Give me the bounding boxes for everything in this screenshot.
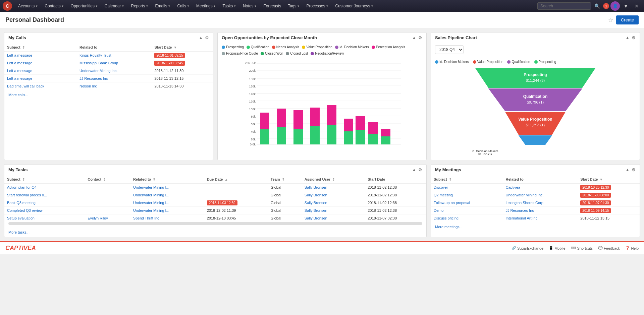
footer: CAPTIVEA 🔗SugarExchange📱Mobile⌨Shortcuts… xyxy=(0,241,644,254)
nav-reports[interactable]: Reports ▼ xyxy=(128,2,151,10)
footer-link-help[interactable]: ❓Help xyxy=(625,246,639,250)
call-subject-link[interactable]: Bad time, will call back xyxy=(7,84,44,88)
nav-tags[interactable]: Tags ▼ xyxy=(285,2,302,10)
meetings-table-row: Follow-up on proposal Lexington Shores C… xyxy=(431,199,640,207)
nav-opportunities[interactable]: Opportunities ▼ xyxy=(68,2,101,10)
nav-emails[interactable]: Emails ▼ xyxy=(152,2,173,10)
call-related-link[interactable]: Mississippi Bank Group xyxy=(79,61,118,65)
pipeline-panel-title: Sales Pipeline Chart xyxy=(435,35,477,40)
tasks-scrollbar[interactable] xyxy=(8,222,422,225)
nav-contacts[interactable]: Contacts ▼ xyxy=(42,2,66,10)
task-start-date: 2018-11-02 12:38 xyxy=(365,184,426,191)
pipeline-collapse-btn[interactable]: ▲ xyxy=(625,35,630,40)
overdue-date: 2018-11-09 03:45 xyxy=(154,61,185,66)
task-user-link[interactable]: Sally Bronsen xyxy=(305,185,327,189)
nav-calls[interactable]: Calls ▼ xyxy=(174,2,192,10)
meeting-related-link[interactable]: Lexington Shores Corp xyxy=(505,201,543,205)
user-avatar[interactable]: 👤 xyxy=(610,1,620,11)
svg-rect-39 xyxy=(368,134,378,144)
nav-notes[interactable]: Notes ▼ xyxy=(240,2,259,10)
calls-collapse-btn[interactable]: ▲ xyxy=(199,35,203,40)
task-user-link[interactable]: Sally Bronsen xyxy=(305,208,327,212)
calls-more-link[interactable]: More calls... xyxy=(4,90,213,100)
svg-text:$9,796 (1): $9,796 (1) xyxy=(527,100,544,104)
footer-link-shortcuts[interactable]: ⌨Shortcuts xyxy=(571,246,593,250)
task-subject-link[interactable]: Start renewal proces o... xyxy=(7,193,47,197)
meeting-related-link[interactable]: International Art Inc xyxy=(505,216,537,220)
meeting-subject-link[interactable]: Discuss pricing xyxy=(434,216,459,220)
opps-settings-btn[interactable]: ⚙ xyxy=(418,35,422,40)
call-related-link[interactable]: Nelson Inc xyxy=(79,84,97,88)
search-icon[interactable]: 🔍 xyxy=(592,1,602,11)
meeting-subject-link[interactable]: Demo xyxy=(434,208,443,212)
task-subject-link[interactable]: Setup evaluation xyxy=(7,216,35,220)
tasks-more-link[interactable]: More tasks... xyxy=(4,228,426,237)
pipeline-settings-btn[interactable]: ⚙ xyxy=(632,35,636,40)
meetings-collapse-btn[interactable]: ▲ xyxy=(625,167,630,172)
footer-link-label: Feedback xyxy=(604,246,620,250)
meeting-related-link[interactable]: JJ Resources Inc xyxy=(505,208,534,212)
search-input[interactable] xyxy=(537,2,591,10)
task-contact-link[interactable]: Evelyn Riley xyxy=(88,216,108,220)
legend-color-dot xyxy=(222,46,225,49)
footer-link-feedback[interactable]: 💬Feedback xyxy=(598,246,620,250)
notification-badge[interactable]: 1 xyxy=(603,3,609,9)
call-related-link[interactable]: JJ Resources Inc xyxy=(79,76,108,80)
meeting-subject-link[interactable]: Q2 meeting xyxy=(434,193,453,197)
pipeline-panel: Sales Pipeline Chart ▲ ⚙ 2018 Q4 2018 Q3… xyxy=(431,32,640,160)
page-title: Personal Dashboard xyxy=(5,16,64,23)
task-user-link[interactable]: Sally Bronsen xyxy=(305,216,327,220)
nav-processes[interactable]: Processes ▼ xyxy=(304,2,331,10)
meetings-more-link[interactable]: More meetings... xyxy=(431,222,640,232)
task-subject-link[interactable]: Completed Q3 review xyxy=(7,208,43,212)
task-related-link[interactable]: Underwater Mining I... xyxy=(133,193,169,197)
nav-tasks[interactable]: Tasks ▼ xyxy=(220,2,239,10)
nav-accounts[interactable]: Accounts ▼ xyxy=(15,2,41,10)
call-subject-link[interactable]: Left a message xyxy=(7,69,32,73)
pipeline-legend-item: Id. Decision Makers xyxy=(435,60,469,64)
call-related-link[interactable]: Kings Royalty Trust xyxy=(79,53,111,57)
meeting-related-link[interactable]: Captivea xyxy=(505,185,520,189)
call-subject-link[interactable]: Left a message xyxy=(7,76,32,80)
meeting-subject-link[interactable]: Follow-up on proposal xyxy=(434,201,470,205)
task-start-date: 2018-11-02 12:38 xyxy=(365,191,426,199)
window-close-icon[interactable]: ✕ xyxy=(632,1,641,11)
calls-settings-btn[interactable]: ⚙ xyxy=(205,35,209,40)
user-menu-arrow[interactable]: ▼ xyxy=(621,1,631,11)
footer-link-sugarexchange[interactable]: 🔗SugarExchange xyxy=(512,246,543,250)
footer-link-mobile[interactable]: 📱Mobile xyxy=(549,246,565,250)
opps-legend-item: Closed Won xyxy=(261,52,283,55)
legend-color-dot xyxy=(247,46,250,49)
opps-collapse-btn[interactable]: ▲ xyxy=(412,35,416,40)
task-contact-sort: ⇕ xyxy=(103,178,106,181)
tasks-settings-btn[interactable]: ⚙ xyxy=(418,167,422,172)
legend-label: Id. Decision Makers xyxy=(339,45,369,49)
opportunities-panel: Open Opportunities by Expected Close Mon… xyxy=(217,32,427,160)
nav-forecasts[interactable]: Forecasts xyxy=(261,2,284,10)
task-related-link[interactable]: Underwater Mining I... xyxy=(133,208,169,212)
call-related-link[interactable]: Underwater Mining Inc. xyxy=(79,69,117,73)
meetings-settings-btn[interactable]: ⚙ xyxy=(632,167,636,172)
task-related-link[interactable]: Underwater Mining I... xyxy=(133,201,169,205)
pipeline-legend-item: Qualification xyxy=(507,60,530,64)
task-subject-link[interactable]: Book Q3 meeting xyxy=(7,201,36,205)
favorite-star[interactable]: ☆ xyxy=(608,16,613,24)
nav-customer-journeys[interactable]: Customer Journeys ▼ xyxy=(332,2,376,10)
nav-meetings[interactable]: Meetings ▼ xyxy=(194,2,219,10)
call-subject-link[interactable]: Left a message xyxy=(7,61,32,65)
task-subject-link[interactable]: Action plan for Q4 xyxy=(7,185,37,189)
create-button[interactable]: Create xyxy=(616,15,639,24)
task-user-link[interactable]: Sally Bronsen xyxy=(305,193,327,197)
quarter-dropdown[interactable]: 2018 Q4 2018 Q3 2018 Q2 2018 Q1 xyxy=(435,45,464,54)
task-related-link[interactable]: Spend Thrift Inc xyxy=(133,216,159,220)
task-user-link[interactable]: Sally Bronsen xyxy=(305,201,327,205)
pipeline-panel-controls: ▲ ⚙ xyxy=(625,35,636,40)
svg-marker-69 xyxy=(519,135,552,145)
meeting-related-link[interactable]: Underwater Mining Inc. xyxy=(505,193,543,197)
call-subject-link[interactable]: Left a message xyxy=(7,53,32,57)
nav-calendar[interactable]: Calendar ▼ xyxy=(102,2,127,10)
tasks-collapse-btn[interactable]: ▲ xyxy=(412,167,416,172)
meeting-subject-link[interactable]: Discover xyxy=(434,185,448,189)
task-related-link[interactable]: Underwater Mining I... xyxy=(133,185,169,189)
app-logo[interactable]: C xyxy=(3,1,12,11)
